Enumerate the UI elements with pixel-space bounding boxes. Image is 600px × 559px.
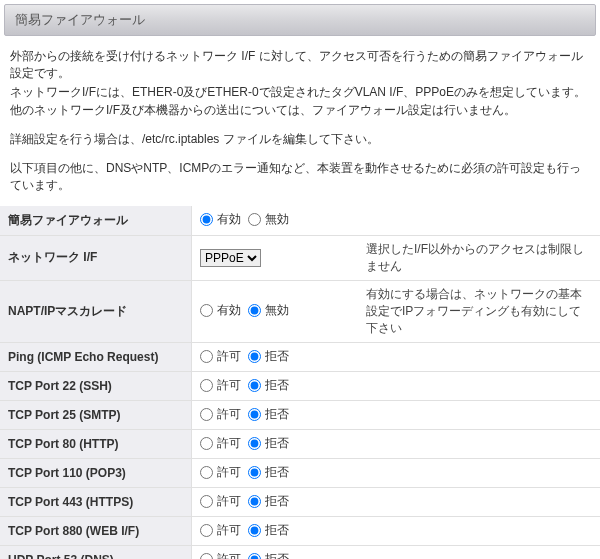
label-tcp443: TCP Port 443 (HTTPS) [0, 487, 192, 516]
tcp110-allow-option[interactable]: 許可 [200, 464, 241, 481]
intro-text: 外部からの接統を受け付けるネットワーク I/F に対して、アクセス可否を行うため… [0, 40, 600, 206]
row-tcp443: TCP Port 443 (HTTPS) 許可 拒否 [0, 487, 600, 516]
page-title: 簡易ファイアウォール [4, 4, 596, 36]
firewall-enable-label: 有効 [217, 211, 241, 228]
tcp110-deny-radio[interactable] [248, 466, 261, 479]
napt-enable-label: 有効 [217, 302, 241, 319]
tcp880-allow-option[interactable]: 許可 [200, 522, 241, 539]
ping-deny-option[interactable]: 拒否 [248, 348, 289, 365]
tcp880-allow-radio[interactable] [200, 524, 213, 537]
label-udp53: UDP Port 53 (DNS) [0, 545, 192, 559]
intro-line-2: ネットワークI/Fには、ETHER-0及びETHER-0で設定されたタグVLAN… [10, 84, 590, 101]
label-tcp110: TCP Port 110 (POP3) [0, 458, 192, 487]
intro-line-3: 他のネットワークI/F及び本機器からの送出については、ファイアウォール設定は行い… [10, 102, 590, 119]
label-ping: Ping (ICMP Echo Request) [0, 342, 192, 371]
tcp25-deny-option[interactable]: 拒否 [248, 406, 289, 423]
napt-disable-option[interactable]: 無効 [248, 302, 289, 319]
firewall-disable-label: 無効 [265, 211, 289, 228]
note-netif: 選択したI/F以外からのアクセスは制限しません [358, 235, 600, 280]
tcp22-allow-option[interactable]: 許可 [200, 377, 241, 394]
label-tcp22: TCP Port 22 (SSH) [0, 371, 192, 400]
udp53-allow-option[interactable]: 許可 [200, 551, 241, 559]
udp53-allow-radio[interactable] [200, 553, 213, 559]
napt-disable-label: 無効 [265, 302, 289, 319]
row-tcp110: TCP Port 110 (POP3) 許可 拒否 [0, 458, 600, 487]
udp53-deny-option[interactable]: 拒否 [248, 551, 289, 559]
label-tcp25: TCP Port 25 (SMTP) [0, 400, 192, 429]
label-tcp80: TCP Port 80 (HTTP) [0, 429, 192, 458]
tcp443-allow-radio[interactable] [200, 495, 213, 508]
tcp443-deny-option[interactable]: 拒否 [248, 493, 289, 510]
intro-line-5: 以下項目の他に、DNSやNTP、ICMPのエラー通知など、本装置を動作させるため… [10, 160, 590, 194]
tcp80-allow-option[interactable]: 許可 [200, 435, 241, 452]
firewall-disable-option[interactable]: 無効 [248, 211, 289, 228]
note-napt: 有効にする場合は、ネットワークの基本設定でIPフォワーディングも有効にして下さい [358, 280, 600, 342]
settings-table: 簡易ファイアウォール 有効 無効 ネットワーク I/F PPPoE 選択したI/… [0, 206, 600, 559]
row-ping: Ping (ICMP Echo Request) 許可 拒否 [0, 342, 600, 371]
napt-disable-radio[interactable] [248, 304, 261, 317]
tcp880-deny-radio[interactable] [248, 524, 261, 537]
label-netif: ネットワーク I/F [0, 235, 192, 280]
napt-enable-radio[interactable] [200, 304, 213, 317]
intro-line-1: 外部からの接統を受け付けるネットワーク I/F に対して、アクセス可否を行うため… [10, 48, 590, 82]
firewall-disable-radio[interactable] [248, 213, 261, 226]
tcp110-deny-option[interactable]: 拒否 [248, 464, 289, 481]
tcp22-deny-radio[interactable] [248, 379, 261, 392]
row-tcp80: TCP Port 80 (HTTP) 許可 拒否 [0, 429, 600, 458]
ping-deny-radio[interactable] [248, 350, 261, 363]
tcp22-allow-radio[interactable] [200, 379, 213, 392]
row-napt: NAPT/IPマスカレード 有効 無効 有効にする場合は、ネットワークの基本設定… [0, 280, 600, 342]
label-firewall: 簡易ファイアウォール [0, 206, 192, 236]
tcp22-deny-option[interactable]: 拒否 [248, 377, 289, 394]
row-udp53: UDP Port 53 (DNS) 許可 拒否 [0, 545, 600, 559]
ping-allow-radio[interactable] [200, 350, 213, 363]
udp53-deny-radio[interactable] [248, 553, 261, 559]
netif-select[interactable]: PPPoE [200, 249, 261, 267]
tcp25-deny-radio[interactable] [248, 408, 261, 421]
tcp443-deny-radio[interactable] [248, 495, 261, 508]
tcp880-deny-option[interactable]: 拒否 [248, 522, 289, 539]
tcp110-allow-radio[interactable] [200, 466, 213, 479]
row-tcp25: TCP Port 25 (SMTP) 許可 拒否 [0, 400, 600, 429]
tcp25-allow-radio[interactable] [200, 408, 213, 421]
napt-enable-option[interactable]: 有効 [200, 302, 241, 319]
intro-line-4: 詳細設定を行う場合は、/etc/rc.iptables ファイルを編集して下さい… [10, 131, 590, 148]
tcp25-allow-option[interactable]: 許可 [200, 406, 241, 423]
row-firewall: 簡易ファイアウォール 有効 無効 [0, 206, 600, 236]
row-netif: ネットワーク I/F PPPoE 選択したI/F以外からのアクセスは制限しません [0, 235, 600, 280]
label-napt: NAPT/IPマスカレード [0, 280, 192, 342]
firewall-enable-radio[interactable] [200, 213, 213, 226]
tcp80-deny-radio[interactable] [248, 437, 261, 450]
row-tcp22: TCP Port 22 (SSH) 許可 拒否 [0, 371, 600, 400]
label-tcp880: TCP Port 880 (WEB I/F) [0, 516, 192, 545]
row-tcp880: TCP Port 880 (WEB I/F) 許可 拒否 [0, 516, 600, 545]
ping-allow-option[interactable]: 許可 [200, 348, 241, 365]
tcp80-allow-radio[interactable] [200, 437, 213, 450]
tcp80-deny-option[interactable]: 拒否 [248, 435, 289, 452]
tcp443-allow-option[interactable]: 許可 [200, 493, 241, 510]
firewall-enable-option[interactable]: 有効 [200, 211, 241, 228]
